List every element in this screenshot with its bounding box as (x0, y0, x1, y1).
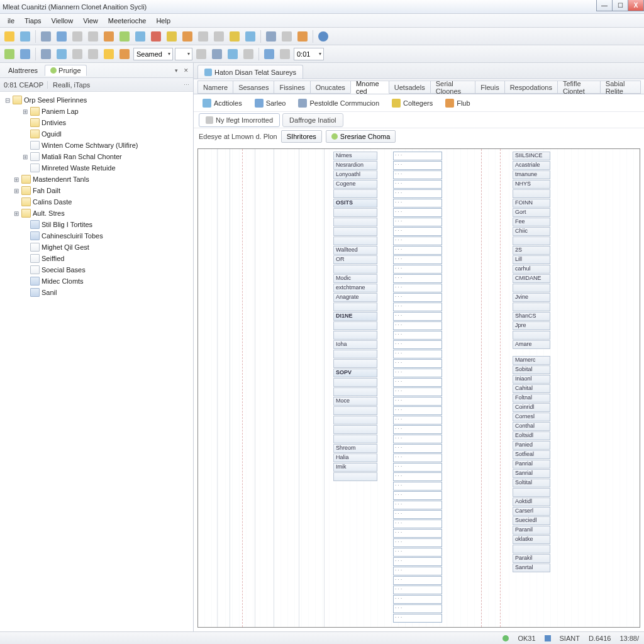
field-value[interactable]: · · · (393, 482, 442, 491)
menu-file[interactable]: ile (3, 16, 19, 26)
field-value[interactable]: · · · (393, 406, 442, 415)
minimize-button[interactable]: — (596, 0, 613, 11)
tree-item-0[interactable]: ⊞Paniem Lap (0, 106, 193, 117)
tb-btn-15[interactable] (228, 30, 242, 43)
tree-item-5[interactable]: Minreted Waste Retuide (0, 162, 193, 174)
tb2-btn-2[interactable] (18, 47, 32, 61)
field-value[interactable]: · · · (393, 170, 442, 179)
diagram-canvas[interactable]: NimesNesrardionLonyoathlCogeneOSITSWallt… (197, 148, 640, 628)
menu-viellow[interactable]: Viellow (47, 16, 79, 26)
field-value[interactable]: · · · (393, 614, 442, 623)
field-value[interactable]: · · · (393, 604, 442, 613)
field-value[interactable]: · · · (393, 161, 442, 170)
tb2-btn-12[interactable] (242, 47, 255, 61)
tb-btn-14[interactable] (212, 30, 226, 43)
field-value[interactable]: · · · (393, 246, 442, 255)
field-value[interactable]: · · · (393, 576, 442, 585)
tb-btn-5[interactable] (70, 30, 84, 43)
sidebar-tab-prurige[interactable]: Prurige (45, 65, 86, 76)
filter-button-2[interactable]: Sresriae Choma (326, 130, 396, 143)
inner-tab-6[interactable]: Serial Cloones (430, 80, 476, 94)
blank-dropdown[interactable] (175, 48, 192, 60)
field-value[interactable]: · · · (393, 529, 442, 538)
tree-view[interactable]: ⊟Orp Seesl Plierinnes⊞Paniem LapDntivies… (0, 92, 193, 644)
field-value[interactable]: · · · (393, 491, 442, 500)
tree-item-6[interactable]: ⊞Mastendenrt Tanls (0, 174, 193, 185)
field-value[interactable]: · · · (393, 435, 442, 443)
action-3[interactable]: Coltegers (388, 97, 436, 109)
field-value[interactable]: · · · (393, 416, 442, 425)
tb-btn-8[interactable] (118, 30, 131, 43)
action-0[interactable]: Acdtioles (199, 97, 246, 109)
tree-item-13[interactable]: Seiffied (0, 253, 193, 264)
tb-btn-17[interactable] (264, 30, 278, 43)
tb2-btn-6[interactable] (86, 47, 100, 61)
field-value[interactable]: · · · (393, 340, 442, 349)
inner-tab-0[interactable]: Namere (197, 80, 233, 94)
field-value[interactable]: · · · (393, 397, 442, 406)
tree-item-10[interactable]: Stil Blig I Tortites (0, 219, 193, 230)
inner-tab-1[interactable]: Sesanses (233, 80, 274, 94)
field-value[interactable]: · · · (393, 218, 442, 226)
tb2-btn-10[interactable] (210, 47, 224, 61)
time-dropdown[interactable]: 0:01 (294, 48, 324, 60)
tree-item-15[interactable]: Midec Clomts (0, 275, 193, 287)
field-value[interactable]: · · · (393, 453, 442, 462)
field-value[interactable]: · · · (393, 265, 442, 274)
field-value[interactable]: · · · (393, 284, 442, 292)
field-value[interactable]: · · · (393, 425, 442, 434)
inner-tab-5[interactable]: Uetsadels (389, 80, 431, 94)
close-button[interactable]: X (628, 0, 644, 11)
inner-tab-9[interactable]: Tefifle Ciontet (557, 80, 601, 94)
filter-button-1[interactable]: SIhritores (281, 130, 322, 143)
field-value[interactable]: · · · (393, 180, 442, 189)
field-value[interactable]: · · · (393, 510, 442, 519)
tb-btn-2[interactable] (18, 30, 32, 43)
sidebar-menu-icon[interactable]: ▾ (172, 66, 180, 75)
field-value[interactable]: · · · (393, 199, 442, 208)
tb2-btn-4[interactable] (55, 47, 69, 61)
tree-item-8[interactable]: Calins Daste (0, 196, 193, 208)
field-value[interactable]: · · · (393, 472, 442, 481)
inner-tab-3[interactable]: Onucates (310, 80, 351, 94)
tree-item-9[interactable]: ⊞Ault. Stres (0, 208, 193, 219)
field-value[interactable]: · · · (393, 519, 442, 528)
tree-item-11[interactable]: Cahinescluiril Tobes (0, 230, 193, 242)
field-value[interactable]: · · · (393, 463, 442, 472)
field-value[interactable]: · · · (393, 548, 442, 557)
field-value[interactable]: · · · (393, 444, 442, 453)
sidebar-header-dots[interactable]: ⋯ (184, 82, 189, 88)
field-value[interactable]: · · · (393, 501, 442, 509)
menu-help[interactable]: Help (151, 16, 175, 26)
field-value[interactable]: · · · (393, 152, 442, 160)
field-value[interactable]: · · · (393, 208, 442, 217)
field-value[interactable]: · · · (393, 359, 442, 368)
field-value[interactable]: · · · (393, 303, 442, 311)
tb-btn-1[interactable] (3, 30, 16, 43)
field-value[interactable]: · · · (393, 586, 442, 594)
tree-item-14[interactable]: Soecial Bases (0, 264, 193, 275)
menu-meeterioche[interactable]: Meeterioche (103, 16, 152, 26)
field-value[interactable]: · · · (393, 378, 442, 387)
tree-item-3[interactable]: Winten Come Schtwary (Ulifire) (0, 140, 193, 151)
field-value[interactable]: · · · (393, 595, 442, 604)
tree-root[interactable]: ⊟Orp Seesl Plierinnes (0, 94, 193, 106)
inner-tab-2[interactable]: Fissines (274, 80, 310, 94)
sidebar-close-icon[interactable]: ✕ (182, 66, 191, 75)
field-value[interactable]: · · · (393, 538, 442, 547)
field-value[interactable]: · · · (393, 567, 442, 575)
inner-tab-4[interactable]: Mnome ced (350, 80, 389, 94)
field-value[interactable]: · · · (393, 236, 442, 245)
action-4[interactable]: Flub (441, 97, 474, 109)
menu-tiaps[interactable]: Tiaps (19, 16, 47, 26)
maximize-button[interactable]: ☐ (612, 0, 628, 11)
field-value[interactable]: · · · (393, 321, 442, 330)
field-value[interactable]: · · · (393, 557, 442, 566)
menu-view[interactable]: View (78, 16, 103, 26)
tree-item-1[interactable]: Dntivies (0, 117, 193, 128)
tb-btn-11[interactable] (165, 30, 179, 43)
tb2-btn-13[interactable] (262, 47, 276, 61)
inner-tab-8[interactable]: Respodations (504, 80, 558, 94)
field-value[interactable]: · · · (393, 387, 442, 396)
tb-btn-3[interactable] (39, 30, 53, 43)
